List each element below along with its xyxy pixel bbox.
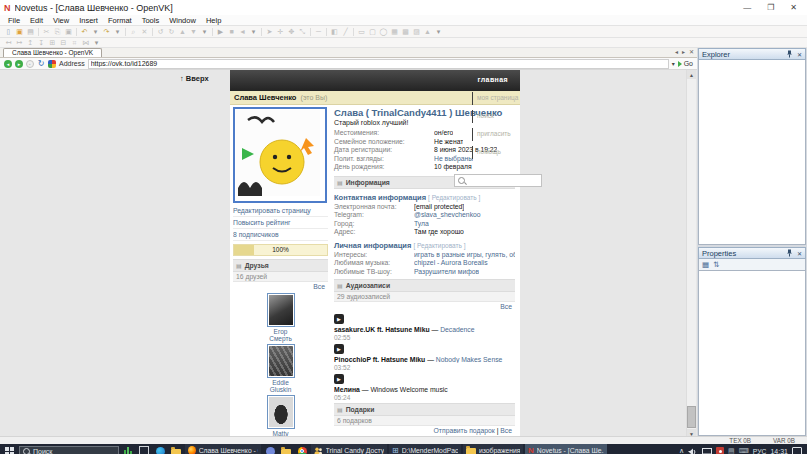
toolbar-icon[interactable]: ↻ — [166, 27, 177, 37]
followers-link[interactable]: 8 подписчиков — [233, 229, 328, 241]
toolbar-icon[interactable]: ↺ — [155, 27, 166, 37]
audios-all-link[interactable]: Все — [500, 303, 512, 310]
scrollbar-thumb[interactable] — [687, 406, 696, 428]
task-images-folder[interactable]: изображения — [463, 444, 523, 454]
folder-icon[interactable] — [279, 444, 293, 454]
toolbar-icon[interactable]: ▶ — [215, 27, 226, 37]
toolbar-icon[interactable] — [212, 28, 213, 36]
contact-edit-link[interactable]: [ Редактировать ] — [428, 194, 480, 201]
toolbar-icon[interactable]: ■ — [226, 27, 237, 37]
toolbar-icon[interactable]: ↥ — [25, 38, 36, 48]
pin-icon[interactable] — [786, 50, 793, 59]
tray-app-icon[interactable]: ▤ — [728, 447, 735, 454]
toolbar-icon[interactable] — [310, 28, 311, 36]
panel-close-icon[interactable]: ✕ — [797, 250, 802, 257]
toolbar-icon[interactable]: ✥ — [286, 27, 297, 37]
side-nav-link[interactable]: помощь — [472, 146, 518, 159]
audio-title[interactable]: Мелина — Windows Welcome music — [334, 386, 515, 393]
toolbar-icon[interactable] — [76, 28, 77, 36]
audio-track-link[interactable]: Nobody Makes Sense — [436, 356, 503, 363]
menu-item[interactable]: Insert — [75, 16, 102, 25]
task-mendermodpack[interactable]: ⊞ D:\MenderModPack ... — [389, 444, 461, 454]
toolbar-icon[interactable]: ✕ — [139, 27, 150, 37]
toolbar-icon[interactable]: ⌗ — [69, 38, 80, 48]
toolbar-icon[interactable]: ▯ — [3, 27, 14, 37]
toolbar-icon[interactable]: ▤ — [25, 27, 36, 37]
task-firefox[interactable]: Слава Шевченко - О... — [185, 444, 261, 454]
tab-scroll-left-icon[interactable]: ◂ — [675, 48, 678, 55]
audio-title[interactable]: sasakure.UK ft. Hatsune Miku — Decadence — [334, 326, 515, 333]
toolbar-icon[interactable]: ▦ — [389, 27, 400, 37]
toolbar-icon[interactable]: ⊟ — [58, 38, 69, 48]
play-icon[interactable]: ▶ — [334, 374, 344, 384]
toolbar-icon[interactable]: ▾ — [433, 27, 444, 37]
security-alert-icon[interactable] — [716, 447, 724, 454]
toolbar-icon[interactable]: ▢ — [367, 27, 378, 37]
menu-item[interactable]: Tools — [138, 16, 164, 25]
menu-item[interactable]: Help — [202, 16, 225, 25]
toolbar-icon[interactable]: ⎘ — [52, 27, 63, 37]
toolbar-icon[interactable]: ◯ — [378, 27, 389, 37]
toolbar-icon[interactable]: ▾ — [90, 27, 101, 37]
toolbar-icon[interactable]: ╱ — [340, 27, 351, 37]
toolbar-icon[interactable]: ➤ — [264, 27, 275, 37]
widgets-icon[interactable] — [121, 444, 135, 454]
task-trinal-candy[interactable]: Trinal Candy Доступ... — [311, 444, 387, 454]
toolbar-icon[interactable]: ▣ — [63, 27, 74, 37]
toolbar-icon[interactable]: ▣ — [14, 27, 25, 37]
friends-all-link[interactable]: Все — [313, 283, 325, 290]
tray-expand-icon[interactable]: ∧ — [679, 447, 684, 454]
toolbar-icon[interactable] — [261, 28, 262, 36]
edit-page-link[interactable]: Редактировать страницу — [233, 205, 328, 217]
stop-icon[interactable]: ▪ — [26, 60, 34, 68]
toolbar-icon[interactable]: ▾ — [199, 27, 210, 37]
scroll-up-link[interactable]: ↑ Вверх — [180, 74, 209, 83]
menu-item[interactable]: File — [4, 16, 24, 25]
toolbar-icon[interactable]: ▾ — [112, 27, 123, 37]
taskbar-search[interactable]: Поиск — [19, 446, 119, 454]
page-search-input[interactable] — [465, 175, 541, 186]
audio-track-link[interactable]: Decadence — [440, 326, 474, 333]
sort-alphabetical-icon[interactable]: ⇅ — [713, 260, 719, 269]
menu-item[interactable]: Window — [165, 16, 200, 25]
scrollbar-down-icon[interactable]: ▼ — [687, 429, 696, 436]
folder-icon[interactable] — [169, 444, 183, 454]
side-nav-link[interactable]: поиск — [472, 110, 518, 123]
toolbar-icon[interactable] — [125, 28, 126, 36]
address-dropdown-icon[interactable]: ▾ — [672, 60, 675, 67]
network-icon[interactable] — [702, 442, 712, 454]
explorer-content[interactable] — [698, 60, 806, 245]
raise-rating-link[interactable]: Повысить рейтинг — [233, 217, 328, 229]
toolbar-icon[interactable]: ✂ — [41, 27, 52, 37]
categorized-icon[interactable]: ▦ — [702, 260, 709, 269]
forward-icon[interactable]: ▸ — [15, 60, 23, 68]
toolbar-icon[interactable]: ↧ — [36, 38, 47, 48]
toolbar-icon[interactable]: ⊞ — [47, 38, 58, 48]
close-button[interactable]: ✕ — [790, 3, 797, 12]
toolbar-icon[interactable]: ◄ — [237, 27, 248, 37]
scrollbar-up-icon[interactable]: ▲ — [687, 70, 696, 79]
friend-photo[interactable] — [267, 293, 295, 327]
notification-center-icon[interactable] — [792, 447, 802, 454]
play-icon[interactable]: ▶ — [334, 314, 344, 324]
tab-close-icon[interactable]: ✕ — [689, 48, 694, 55]
toolbar-icon[interactable] — [326, 28, 327, 36]
go-button[interactable]: Go — [678, 60, 693, 67]
pin-icon[interactable] — [786, 249, 793, 258]
refresh-icon[interactable]: ↻ — [37, 60, 45, 68]
friend-item[interactable]: Eddie Gluskin — [233, 344, 328, 393]
toolbar-icon[interactable]: ▩ — [400, 27, 411, 37]
play-icon[interactable]: ▶ — [334, 344, 344, 354]
task-view-icon[interactable] — [137, 444, 151, 454]
language-indicator[interactable]: РУС — [753, 448, 767, 454]
toolbar-icon[interactable]: ↤ — [3, 38, 14, 48]
personal-edit-link[interactable]: [ Редактировать ] — [413, 242, 465, 249]
friend-item[interactable]: Егор Смерть — [233, 293, 328, 342]
edge-icon[interactable] — [153, 444, 167, 454]
friend-photo[interactable] — [267, 344, 295, 378]
menu-item[interactable]: Format — [104, 16, 136, 25]
toolbar-icon[interactable] — [353, 28, 354, 36]
send-gift-link[interactable]: Отправить подарок — [434, 427, 495, 434]
address-input[interactable] — [88, 59, 669, 69]
toolbar-icon[interactable]: ▲ — [422, 27, 433, 37]
